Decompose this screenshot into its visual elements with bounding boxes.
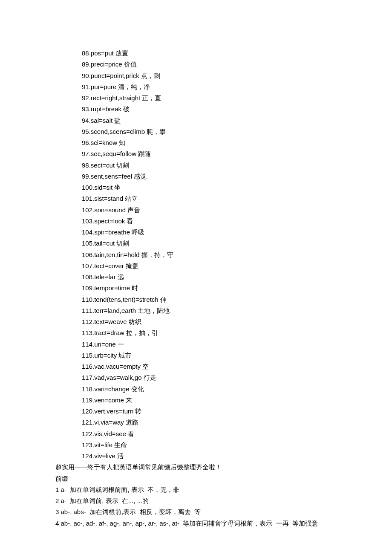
root-item: 122.vis,vid=see 看 xyxy=(82,428,337,439)
root-item: 92.rect=right,straight 正，直 xyxy=(82,92,337,104)
root-item: 102.son=sound 声音 xyxy=(82,205,337,216)
root-item: 113.tract=draw 拉，抽，引 xyxy=(82,327,337,338)
root-item: 115.urb=city 城市 xyxy=(82,350,337,361)
root-item: 109.tempor=time 时 xyxy=(82,283,337,294)
root-item: 118.vari=change 变化 xyxy=(82,384,337,395)
prefixes-list: 1 a- 加在单词或词根前面, 表示 不，无，非 2 a- 加在单词前, 表示 … xyxy=(55,484,337,529)
root-item: 100.sid=sit 坐 xyxy=(82,182,337,193)
root-item: 97.sec,sequ=follow 跟随 xyxy=(82,148,337,159)
prefix-item: 3 ab-, abs- 加在词根前,表示 相反，变坏，离去 等 xyxy=(55,506,337,517)
root-item: 91.pur=pure 清，纯，净 xyxy=(82,81,337,92)
prefix-item: 2 a- 加在单词前, 表示 在..., ...的 xyxy=(55,495,337,506)
root-item: 120.vert,vers=turn 转 xyxy=(82,406,337,417)
root-item: 117.vad,vas=walk,go 行走 xyxy=(82,372,337,383)
root-item: 96.sci=know 知 xyxy=(82,137,337,148)
root-item: 106.tain,ten,tin=hold 握，持，守 xyxy=(82,249,337,260)
root-item: 112.text=weave 纺织 xyxy=(82,316,337,327)
root-item: 99.sent,sens=feel 感觉 xyxy=(82,171,337,182)
root-item: 101.sist=stand 站立 xyxy=(82,193,337,204)
prefix-item: 4 ab-, ac-, ad-, af-, ag-, an-, ap-, ar-… xyxy=(55,518,337,529)
root-item: 110.tend(tens,tent)=stretch 伸 xyxy=(82,294,337,305)
section-subheading: 前缀 xyxy=(55,473,337,484)
root-item: 104.spir=breathe 呼吸 xyxy=(82,227,337,238)
root-item: 108.tele=far 远 xyxy=(82,272,337,283)
root-item: 121.vi,via=way 道路 xyxy=(82,417,337,428)
root-item: 107.tect=cover 掩盖 xyxy=(82,260,337,272)
root-item: 90.punct=point,prick 点，刺 xyxy=(82,70,337,81)
root-item: 105.tail=cut 切割 xyxy=(82,238,337,249)
roots-list: 88.pos=put 放置 89.preci=price 价值 90.punct… xyxy=(55,48,337,462)
root-item: 119.ven=come 来 xyxy=(82,395,337,406)
root-item: 98.sect=cut 切割 xyxy=(82,160,337,171)
prefix-item: 1 a- 加在单词或词根前面, 表示 不，无，非 xyxy=(55,484,337,495)
root-item: 111.terr=land,earth 土地，陆地 xyxy=(82,305,337,316)
root-item: 89.preci=price 价值 xyxy=(82,59,337,70)
root-item: 123.vit=life 生命 xyxy=(82,439,337,451)
section-heading: 超实用——终于有人把英语单词常见前缀后缀整理齐全啦！ xyxy=(55,462,337,473)
root-item: 93.rupt=break 破 xyxy=(82,104,337,115)
root-item: 95.scend,scens=climb 爬，攀 xyxy=(82,126,337,137)
root-item: 114.un=one 一 xyxy=(82,339,337,350)
root-item: 116.vac,vacu=empty 空 xyxy=(82,361,337,372)
root-item: 94.sal=salt 盐 xyxy=(82,115,337,126)
root-item: 124.viv=live 活 xyxy=(82,451,337,462)
root-item: 103.spect=look 看 xyxy=(82,216,337,227)
root-item: 88.pos=put 放置 xyxy=(82,48,337,59)
